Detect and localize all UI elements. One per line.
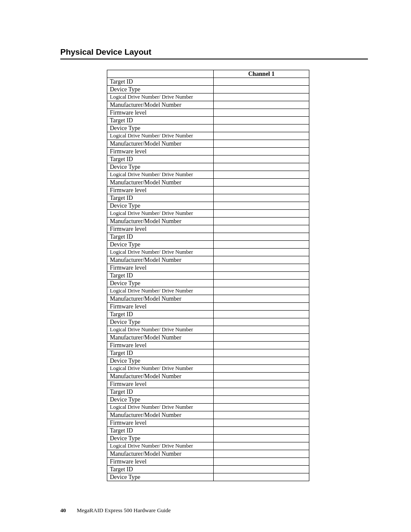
row-label: Firmware level bbox=[107, 148, 214, 156]
row-value bbox=[214, 109, 309, 117]
row-label: Logical Drive Number/ Drive Number bbox=[107, 93, 214, 101]
row-value bbox=[214, 117, 309, 124]
row-value bbox=[214, 101, 309, 109]
row-label: Device Type bbox=[107, 318, 214, 326]
row-value bbox=[214, 233, 309, 241]
row-value bbox=[214, 380, 309, 388]
table-row: Logical Drive Number/ Drive Number bbox=[107, 442, 309, 450]
table-row: Firmware level bbox=[107, 109, 309, 117]
row-value bbox=[214, 326, 309, 334]
row-value bbox=[214, 388, 309, 396]
row-label: Manufacturer/Model Number bbox=[107, 256, 214, 264]
table-row: Logical Drive Number/ Drive Number bbox=[107, 249, 309, 256]
row-label: Firmware level bbox=[107, 342, 214, 349]
row-label: Logical Drive Number/ Drive Number bbox=[107, 171, 214, 179]
table-row: Logical Drive Number/ Drive Number bbox=[107, 93, 309, 101]
table-row: Manufacturer/Model Number bbox=[107, 450, 309, 458]
row-value bbox=[214, 473, 309, 481]
table-row: Device Type bbox=[107, 357, 309, 365]
table-row: Target ID bbox=[107, 272, 309, 280]
table-row: Firmware level bbox=[107, 342, 309, 349]
row-value bbox=[214, 303, 309, 311]
table-row: Firmware level bbox=[107, 380, 309, 388]
table-row: Manufacturer/Model Number bbox=[107, 140, 309, 148]
row-label: Logical Drive Number/ Drive Number bbox=[107, 210, 214, 218]
table-row: Device Type bbox=[107, 124, 309, 132]
row-label: Target ID bbox=[107, 117, 214, 124]
row-label: Logical Drive Number/ Drive Number bbox=[107, 287, 214, 295]
table-row: Firmware level bbox=[107, 225, 309, 233]
row-label: Manufacturer/Model Number bbox=[107, 295, 214, 303]
table-row: Manufacturer/Model Number bbox=[107, 218, 309, 225]
table-row: Device Type bbox=[107, 86, 309, 93]
table-row: Target ID bbox=[107, 311, 309, 318]
row-value bbox=[214, 411, 309, 419]
row-value bbox=[214, 249, 309, 256]
row-label: Target ID bbox=[107, 427, 214, 435]
table-row: Device Type bbox=[107, 202, 309, 210]
row-value bbox=[214, 256, 309, 264]
row-label: Firmware level bbox=[107, 225, 214, 233]
row-value bbox=[214, 404, 309, 411]
row-label: Firmware level bbox=[107, 264, 214, 272]
row-value bbox=[214, 132, 309, 140]
row-value bbox=[214, 295, 309, 303]
row-label: Firmware level bbox=[107, 303, 214, 311]
row-label: Manufacturer/Model Number bbox=[107, 411, 214, 419]
row-label: Firmware level bbox=[107, 380, 214, 388]
table-row: Logical Drive Number/ Drive Number bbox=[107, 132, 309, 140]
row-label: Logical Drive Number/ Drive Number bbox=[107, 365, 214, 373]
table-row: Target ID bbox=[107, 78, 309, 86]
row-value bbox=[214, 466, 309, 473]
row-value bbox=[214, 187, 309, 194]
table-row: Target ID bbox=[107, 427, 309, 435]
row-label: Target ID bbox=[107, 349, 214, 357]
row-label: Firmware level bbox=[107, 419, 214, 427]
row-value bbox=[214, 287, 309, 295]
page-number: 40 bbox=[60, 507, 66, 513]
row-value bbox=[214, 365, 309, 373]
row-label: Target ID bbox=[107, 194, 214, 202]
section-title: Physical Device Layout bbox=[60, 47, 368, 57]
row-label: Device Type bbox=[107, 280, 214, 287]
row-value bbox=[214, 241, 309, 249]
table-row: Device Type bbox=[107, 163, 309, 171]
row-label: Device Type bbox=[107, 163, 214, 171]
row-value bbox=[214, 272, 309, 280]
row-label: Logical Drive Number/ Drive Number bbox=[107, 404, 214, 411]
row-value bbox=[214, 334, 309, 342]
row-label: Target ID bbox=[107, 156, 214, 163]
row-value bbox=[214, 435, 309, 442]
row-value bbox=[214, 124, 309, 132]
row-label: Target ID bbox=[107, 311, 214, 318]
row-label: Target ID bbox=[107, 78, 214, 86]
row-value bbox=[214, 202, 309, 210]
row-value bbox=[214, 342, 309, 349]
row-label: Manufacturer/Model Number bbox=[107, 450, 214, 458]
row-label: Manufacturer/Model Number bbox=[107, 373, 214, 380]
table-row: Manufacturer/Model Number bbox=[107, 411, 309, 419]
row-label: Manufacturer/Model Number bbox=[107, 334, 214, 342]
table-row: Logical Drive Number/ Drive Number bbox=[107, 326, 309, 334]
row-value bbox=[214, 357, 309, 365]
row-label: Target ID bbox=[107, 233, 214, 241]
table-row: Device Type bbox=[107, 241, 309, 249]
table-row: Logical Drive Number/ Drive Number bbox=[107, 404, 309, 411]
row-label: Device Type bbox=[107, 435, 214, 442]
table-row: Manufacturer/Model Number bbox=[107, 256, 309, 264]
table-row: Target ID bbox=[107, 349, 309, 357]
table-row: Firmware level bbox=[107, 303, 309, 311]
table-row: Device Type bbox=[107, 473, 309, 481]
row-value bbox=[214, 458, 309, 466]
table-row: Firmware level bbox=[107, 419, 309, 427]
row-label: Target ID bbox=[107, 272, 214, 280]
row-value bbox=[214, 210, 309, 218]
table-row: Firmware level bbox=[107, 148, 309, 156]
table-row: Firmware level bbox=[107, 187, 309, 194]
device-layout-table: Channel 1 Target IDDevice TypeLogical Dr… bbox=[107, 70, 309, 481]
table-row: Firmware level bbox=[107, 264, 309, 272]
row-label: Logical Drive Number/ Drive Number bbox=[107, 132, 214, 140]
row-label: Device Type bbox=[107, 86, 214, 93]
row-label: Device Type bbox=[107, 202, 214, 210]
table-row: Manufacturer/Model Number bbox=[107, 295, 309, 303]
